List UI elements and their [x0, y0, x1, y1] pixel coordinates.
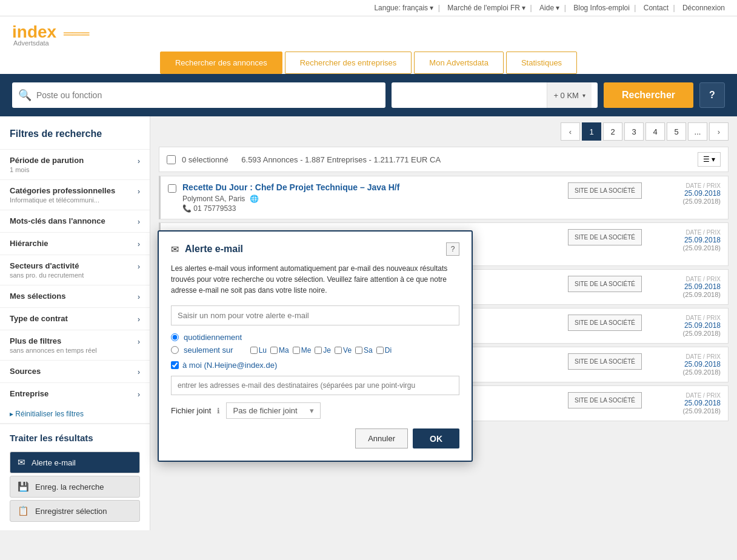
enregistrer-selection-button[interactable]: 📋 Enregistrer sélection	[10, 500, 140, 522]
prev-page-button[interactable]: ‹	[561, 122, 580, 141]
job-title[interactable]: Recette Du Jour : Chef De Projet Techniq…	[182, 182, 562, 192]
pagination: ‹ 1 2 3 4 5 ... ›	[159, 122, 729, 141]
day-ma-label[interactable]: Ma	[279, 346, 289, 355]
frequency-daily-row: quotidiennement	[171, 333, 459, 342]
day-sa-checkbox[interactable]	[355, 347, 362, 354]
day-me-checkbox[interactable]	[293, 347, 300, 354]
recipient-email-input[interactable]	[171, 376, 459, 395]
view-options-button[interactable]: ☰ ▾	[698, 152, 721, 167]
job-card: Recette Du Jour : Chef De Projet Techniq…	[159, 176, 729, 219]
page-dots-button[interactable]: ...	[688, 122, 707, 141]
day-me: Me	[293, 346, 312, 355]
distance-selector[interactable]: + 0 KM ▾	[547, 82, 592, 108]
tab-rechercher-annonces[interactable]: Rechercher des annonces	[160, 52, 282, 74]
next-page-button[interactable]: ›	[709, 122, 729, 141]
page-5-button[interactable]: 5	[667, 122, 686, 141]
filter-categories[interactable]: Catégories professionnelles Informatique…	[0, 179, 150, 210]
recipient-row: à moi (N.Heijne@index.de)	[171, 361, 459, 370]
job-phone: 📞 01 75779533	[182, 204, 562, 213]
tab-mon-advertsdata[interactable]: Mon Advertsdata	[414, 52, 504, 74]
attachment-info-icon[interactable]: ℹ	[217, 407, 220, 415]
page-4-button[interactable]: 4	[645, 122, 665, 141]
frequency-daily-radio[interactable]	[171, 333, 179, 341]
chevron-right-icon: ›	[138, 262, 140, 271]
tab-statistiques[interactable]: Statistiques	[506, 52, 577, 74]
site-societe-button[interactable]: SITE DE LA SOCIÉTÉ	[568, 392, 642, 408]
enreg-recherche-button[interactable]: 💾 Enreg. la recherche	[10, 476, 140, 498]
select-all-checkbox[interactable]	[167, 155, 176, 164]
attachment-select[interactable]: Pas de fichier joint ▾	[226, 402, 320, 419]
filter-mots-cles[interactable]: Mots-clés dans l'annonce ›	[0, 210, 150, 232]
chevron-right-icon: ›	[138, 240, 140, 248]
deconnexion-link[interactable]: Déconnexion	[682, 4, 725, 12]
logo: index ═══ Advertsdata	[12, 22, 89, 47]
day-ma-checkbox[interactable]	[270, 347, 278, 354]
chevron-right-icon: ›	[138, 157, 140, 165]
aide-link[interactable]: Aide	[539, 4, 554, 12]
traiter-title: Traiter les résultats	[0, 423, 150, 449]
day-ve-label[interactable]: Ve	[343, 346, 352, 355]
site-societe-button[interactable]: SITE DE LA SOCIÉTÉ	[568, 276, 642, 292]
page-3-button[interactable]: 3	[624, 122, 644, 141]
day-me-label[interactable]: Me	[301, 346, 312, 355]
filter-type-contrat[interactable]: Type de contrat ›	[0, 307, 150, 330]
tab-rechercher-entreprises[interactable]: Rechercher des entreprises	[285, 52, 412, 74]
filter-secteurs[interactable]: Secteurs d'activité sans pro. du recrute…	[0, 255, 150, 285]
contact-link[interactable]: Contact	[644, 4, 669, 12]
chevron-right-icon: ›	[138, 390, 140, 399]
day-lu-checkbox[interactable]	[250, 347, 258, 354]
results-header: 0 sélectionné 6.593 Annonces - 1.887 Ent…	[159, 147, 729, 172]
job-date: DATE / PRIX 25.09.2018 (25.09.2018)	[648, 276, 721, 298]
page-1-button[interactable]: 1	[582, 122, 601, 141]
page-2-button[interactable]: 2	[603, 122, 622, 141]
recipient-self-checkbox[interactable]	[171, 361, 179, 369]
site-societe-button[interactable]: SITE DE LA SOCIÉTÉ	[568, 353, 642, 370]
day-sa-label[interactable]: Sa	[364, 346, 373, 355]
alerte-email-button[interactable]: ✉ Alerte e-mail	[10, 452, 140, 473]
alert-modal: ✉ Alerte e-mail ? Les alertes e-mail vou…	[158, 230, 473, 462]
alert-name-input[interactable]	[171, 305, 459, 325]
filter-periode[interactable]: Période de parution 1 mois ›	[0, 149, 150, 179]
day-ve-checkbox[interactable]	[335, 347, 342, 354]
search-help-button[interactable]: ?	[699, 82, 725, 108]
site-societe-button[interactable]: SITE DE LA SOCIÉTÉ	[568, 315, 642, 331]
day-je-checkbox[interactable]	[315, 347, 322, 354]
filter-mes-selections[interactable]: Mes sélections ›	[0, 285, 150, 307]
logo-area: index ═══ Advertsdata	[0, 16, 737, 47]
globe-icon: 🌐	[250, 195, 259, 203]
marche-link[interactable]: Marché de l'emploi FR	[447, 4, 520, 12]
day-lu: Lu	[250, 346, 267, 355]
day-lu-label[interactable]: Lu	[259, 346, 267, 355]
reset-filters[interactable]: ▸ Réinitialiser les filtres	[0, 405, 150, 423]
day-di-label[interactable]: Di	[385, 346, 392, 355]
job-date: DATE / PRIX 25.09.2018 (25.09.2018)	[648, 315, 721, 337]
filter-entreprise[interactable]: Entreprise ›	[0, 382, 150, 405]
nav-tabs: Rechercher des annonces Rechercher des e…	[0, 47, 737, 74]
day-ve: Ve	[335, 346, 352, 355]
modal-help-button[interactable]: ?	[446, 242, 459, 256]
site-societe-button[interactable]: SITE DE LA SOCIÉTÉ	[568, 182, 642, 199]
site-societe-button[interactable]: SITE DE LA SOCIÉTÉ	[568, 229, 642, 245]
filter-sources[interactable]: Sources ›	[0, 360, 150, 382]
frequency-specific-label[interactable]: seulement sur	[184, 345, 233, 355]
clipboard-icon: 📋	[18, 505, 29, 516]
day-je-label[interactable]: Je	[323, 346, 331, 355]
frequency-specific-radio[interactable]	[171, 346, 179, 354]
location-input[interactable]: Ville Paris	[398, 90, 543, 100]
blog-link[interactable]: Blog Infos-emploi	[573, 4, 630, 12]
search-icon: 🔍	[18, 88, 32, 102]
job-search-wrap: 🔍	[12, 82, 385, 108]
day-sa: Sa	[355, 346, 373, 355]
job-checkbox[interactable]	[168, 184, 176, 193]
recipient-self-label[interactable]: à moi (N.Heijne@index.de)	[182, 361, 277, 370]
day-di-checkbox[interactable]	[376, 347, 384, 354]
filter-hierarchie[interactable]: Hiérarchie ›	[0, 232, 150, 255]
job-search-input[interactable]	[36, 90, 379, 100]
ok-button[interactable]: OK	[413, 428, 459, 448]
frequency-daily-label[interactable]: quotidiennement	[184, 333, 242, 342]
days-row: Lu Ma Me Je Ve	[250, 346, 392, 355]
cancel-button[interactable]: Annuler	[355, 428, 408, 448]
search-button[interactable]: Rechercher	[604, 82, 693, 108]
modal-description: Les alertes e-mail vous informent automa…	[171, 263, 459, 296]
filter-plus-filtres[interactable]: Plus de filtres sans annonces en temps r…	[0, 330, 150, 360]
